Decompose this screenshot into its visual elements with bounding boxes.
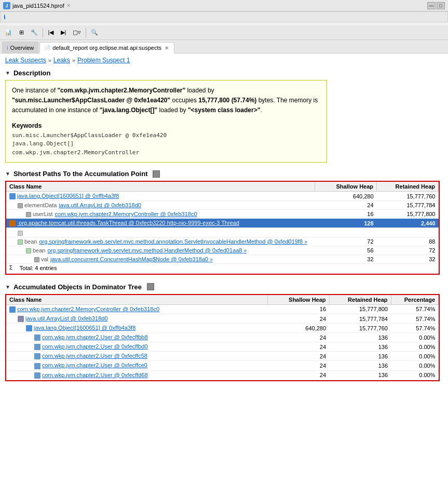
table-row[interactable]: elementDatajava.util.ArrayList @ 0xfeb31…: [6, 201, 439, 210]
cell-retained: 72: [377, 246, 439, 255]
dom-col-percentage: Percentage: [391, 295, 439, 305]
desc-class-name: "com.wkp.jvm.chapter2.MemoryController": [57, 87, 185, 94]
keywords-section: Keywords sun.misc.Launcher$AppClassLoade…: [12, 121, 320, 157]
dom-cell-class: java.util.ArrayList @ 0xfeb318d0: [6, 314, 267, 324]
toolbar-btn-dropdown[interactable]: ▢▿: [70, 27, 84, 38]
breadcrumb-problem-suspect[interactable]: Problem Suspect 1: [77, 57, 130, 64]
dom-row-link[interactable]: com.wkp.jvm.chapter2.User @ 0xfecffce0: [42, 362, 147, 368]
toolbar-sep-2: [86, 28, 86, 37]
dom-cell-retained: 136: [329, 352, 391, 361]
dom-row-link[interactable]: java.lang.Object[1600651] @ 0xffb4a3f8: [34, 325, 135, 331]
table-row[interactable]: java.util.ArrayList @ 0xfeb318d0 24 15,7…: [6, 314, 439, 324]
breadcrumb: Leak Suspects » Leaks » Problem Suspect …: [5, 57, 440, 64]
dom-row-link[interactable]: java.util.ArrayList @ 0xfeb318d0: [25, 315, 108, 322]
row-link[interactable]: org.springframework.web.servlet.mvc.meth…: [39, 238, 307, 245]
dom-cell-class: com.wkp.jvm.chapter2.MemoryController @ …: [6, 304, 267, 314]
table-row[interactable]: com.wkp.jvm.chapter2.User @ 0xfecffce0 2…: [6, 361, 439, 370]
table-row[interactable]: beanorg.springframework.web.servlet.mvc.…: [6, 246, 439, 255]
dom-row-link[interactable]: com.wkp.jvm.chapter2.MemoryController @ …: [17, 306, 159, 312]
dom-header-row: Class Name Shallow Heap Retained Heap Pe…: [6, 295, 439, 305]
table-row[interactable]: java.lang.Object[1600651] @ 0xffb4a3f8 6…: [6, 192, 439, 201]
table-row[interactable]: com.wkp.jvm.chapter2.User @ 0xfecffc58 2…: [6, 352, 439, 361]
dom-col-retained: Retained Heap: [329, 295, 391, 305]
toolbar-btn-search[interactable]: 🔍: [88, 27, 101, 38]
keywords-list: sun.misc.Launcher$AppClassLoader @ 0xfe1…: [12, 131, 320, 157]
toolbar-btn-chart[interactable]: 📊: [2, 27, 15, 38]
row-link[interactable]: java.util.ArrayList @ 0xfeb318d0: [59, 202, 141, 208]
tab-overview-icon: i: [7, 45, 8, 51]
table-row[interactable]: com.wkp.jvm.chapter2.User @ 0xfecffbb8 2…: [6, 333, 439, 342]
dominator-tree-title: Accumulated Objects in Dominator Tree: [13, 283, 142, 291]
dom-cell-class: com.wkp.jvm.chapter2.User @ 0xfecffd68: [6, 370, 267, 380]
row-link[interactable]: com.wkp.jvm.chapter2.MemoryController @ …: [55, 211, 197, 217]
shortest-paths-header: ▼ Shortest Paths To the Accumulation Poi…: [5, 170, 440, 178]
dom-cell-pct: 0.00%: [391, 361, 439, 370]
tab-close-button[interactable]: ✕: [164, 45, 170, 51]
cell-retained: 32: [377, 255, 439, 263]
cell-retained: 88: [377, 237, 439, 246]
cell-retained: [377, 228, 439, 237]
window-title-tab-indicator: ✕: [66, 3, 71, 8]
col-header-class: Class Name: [6, 182, 315, 192]
breadcrumb-leaks[interactable]: Leaks: [53, 57, 70, 64]
table-row[interactable]: valjava.util.concurrent.ConcurrentHashMa…: [6, 255, 439, 263]
cell-shallow: 24: [315, 201, 377, 210]
dom-cell-class: java.lang.Object[1600651] @ 0xffb4a3f8: [6, 324, 267, 333]
row-link[interactable]: org.apache.tomcat.util.threads.TaskThrea…: [17, 220, 239, 226]
tab-overview[interactable]: i Overview: [2, 42, 38, 53]
description-text: One instance of "com.wkp.jvm.chapter2.Me…: [12, 86, 320, 116]
breadcrumb-leak-suspects[interactable]: Leak Suspects: [5, 57, 46, 64]
table-row[interactable]: userListcom.wkp.jvm.chapter2.MemoryContr…: [6, 210, 439, 219]
cell-class: [6, 228, 315, 237]
table-row[interactable]: java.lang.Object[1600651] @ 0xffb4a3f8 6…: [6, 324, 439, 333]
row-link[interactable]: org.springframework.web.servlet.mvc.meth…: [47, 247, 247, 253]
cell-retained: 2,440: [377, 219, 439, 228]
description-box: One instance of "com.wkp.jvm.chapter2.Me…: [5, 80, 327, 163]
window-titlebar: J java_pid11524.hprof ✕ — □: [0, 0, 448, 11]
dom-cell-class: com.wkp.jvm.chapter2.User @ 0xfecffce0: [6, 361, 267, 370]
toolbar-btn-grid[interactable]: ⊞: [16, 27, 27, 38]
dom-cell-pct: 0.00%: [391, 370, 439, 380]
dom-cell-retained: 15,777,760: [329, 324, 391, 333]
dominator-tree-export-icon[interactable]: [147, 283, 154, 290]
row-link[interactable]: java.util.concurrent.ConcurrentHashMap$N…: [50, 256, 213, 262]
keyword-2: java.lang.Object[]: [12, 140, 320, 149]
desc-array-class: "java.lang.Object[]": [100, 106, 157, 114]
window-controls: — □: [427, 2, 445, 9]
table-row[interactable]: com.wkp.jvm.chapter2.User @ 0xfecffd68 2…: [6, 370, 439, 380]
tab-report-icon: 📄: [44, 45, 50, 51]
cell-class: java.lang.Object[1600651] @ 0xffb4a3f8: [6, 192, 315, 201]
dom-cell-pct: 57.74%: [391, 324, 439, 333]
col-header-retained: Retained Heap: [377, 182, 439, 192]
toolbar: 📊 ⊞ 🔧 |◀ ▶| ▢▿ 🔍: [0, 25, 448, 40]
dom-row-link[interactable]: com.wkp.jvm.chapter2.User @ 0xfecffbd0: [42, 343, 148, 350]
cell-class: userListcom.wkp.jvm.chapter2.MemoryContr…: [6, 210, 315, 219]
dom-row-link[interactable]: com.wkp.jvm.chapter2.User @ 0xfecffc58: [42, 353, 147, 359]
keyword-3: com.wkp.jvm.chapter2.MemoryController: [12, 149, 320, 157]
maximize-button[interactable]: □: [437, 2, 445, 9]
description-title: Description: [13, 69, 51, 77]
cell-retained: 15,777,784: [377, 201, 439, 210]
breadcrumb-sep-2: »: [72, 57, 75, 63]
table-row[interactable]: com.wkp.jvm.chapter2.User @ 0xfecffbd0 2…: [6, 342, 439, 352]
dom-row-link[interactable]: com.wkp.jvm.chapter2.User @ 0xfecffd68: [42, 372, 148, 378]
tab-default-report[interactable]: 📄 default_report org.eclipse.mat.api:sus…: [39, 42, 174, 53]
dom-row-link[interactable]: com.wkp.jvm.chapter2.User @ 0xfecffbb8: [42, 334, 148, 340]
table-row[interactable]: com.wkp.jvm.chapter2.MemoryController @ …: [6, 304, 439, 314]
table-row[interactable]: beanorg.springframework.web.servlet.mvc.…: [6, 237, 439, 246]
cell-class: Σ Total: 4 entries: [6, 263, 315, 273]
table-row[interactable]: Σ Total: 4 entries: [6, 263, 439, 273]
table-row[interactable]: org.apache.tomcat.util.threads.TaskThrea…: [6, 219, 439, 228]
toolbar-btn-back[interactable]: |◀: [45, 27, 57, 38]
shortest-paths-export-icon[interactable]: [153, 170, 160, 178]
table-row[interactable]: [6, 228, 439, 237]
shortest-paths-header-row: Class Name Shallow Heap Retained Heap: [6, 182, 439, 192]
toolbar-btn-inspect[interactable]: 🔧: [28, 27, 40, 38]
toolbar-btn-forward[interactable]: ▶|: [58, 27, 69, 38]
dom-cell-shallow: 16: [267, 304, 329, 314]
row-link[interactable]: java.lang.Object[1600651] @ 0xffb4a3f8: [17, 193, 119, 199]
col-header-shallow: Shallow Heap: [315, 182, 377, 192]
description-section-header: ▼ Description: [5, 69, 440, 77]
cell-shallow: 128: [315, 219, 377, 228]
minimize-button[interactable]: —: [427, 2, 436, 9]
